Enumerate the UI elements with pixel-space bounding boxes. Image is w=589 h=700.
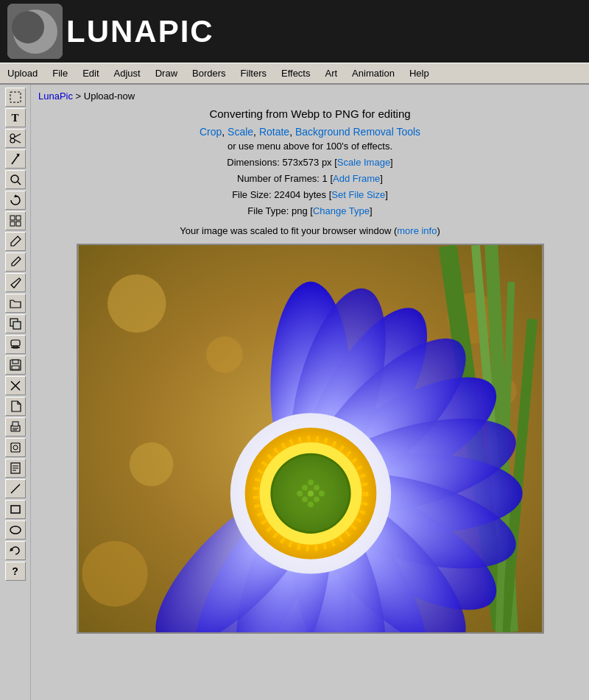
svg-rect-31 — [11, 443, 20, 452]
bg-removal-link[interactable]: Background Removal Tools — [295, 126, 420, 138]
flower-image — [77, 244, 544, 634]
scale-link[interactable]: Scale — [228, 126, 253, 138]
help-tool[interactable]: ? — [5, 562, 26, 581]
svg-point-32 — [13, 445, 18, 450]
rect-tool[interactable] — [5, 500, 26, 519]
menu-file[interactable]: File — [45, 66, 75, 81]
print-tool[interactable] — [5, 417, 26, 436]
logo-text: LUNAPIC — [66, 14, 214, 49]
toolbar: T — [0, 85, 31, 700]
menu-draw[interactable]: Draw — [148, 66, 185, 81]
more-info-link[interactable]: more info — [397, 225, 437, 236]
type-tool[interactable]: T — [5, 108, 26, 127]
set-filesize-link[interactable]: Set File Size — [331, 189, 385, 200]
menu-adjust[interactable]: Adjust — [107, 66, 148, 81]
svg-point-76 — [313, 485, 319, 491]
export-tool[interactable] — [5, 438, 26, 457]
scaled-text: Your image was scaled to fit your browse… — [38, 225, 582, 236]
paintbrush-tool[interactable] — [5, 232, 26, 251]
svg-point-5 — [10, 138, 15, 143]
save-tool[interactable] — [5, 356, 26, 375]
svg-point-78 — [302, 497, 308, 503]
svg-rect-38 — [11, 506, 20, 513]
svg-rect-23 — [13, 360, 18, 364]
menu-borders[interactable]: Borders — [185, 66, 233, 81]
filesize-line: File Size: 22404 bytes [Set File Size] — [38, 187, 582, 203]
scissors-tool[interactable] — [5, 129, 26, 148]
line-tool[interactable] — [5, 479, 26, 498]
menu-animation[interactable]: Animation — [345, 66, 402, 81]
eraser-tool[interactable] — [5, 273, 26, 292]
info-area: Converting from Webp to PNG for editing … — [38, 107, 582, 236]
breadcrumb-home[interactable]: LunaPic — [38, 91, 73, 102]
image-container — [38, 244, 582, 634]
svg-point-83 — [308, 491, 314, 497]
change-type-link[interactable]: Change Type — [313, 205, 370, 216]
svg-rect-3 — [10, 92, 21, 102]
svg-rect-24 — [12, 366, 19, 370]
open-tool[interactable] — [5, 294, 26, 313]
svg-point-43 — [206, 336, 243, 373]
svg-point-82 — [318, 491, 324, 497]
tools-links: Crop, Scale, Rotate, Background Removal … — [38, 126, 582, 138]
rotate-link[interactable]: Rotate — [259, 126, 289, 138]
svg-point-79 — [313, 497, 319, 503]
svg-rect-15 — [10, 222, 15, 226]
svg-rect-14 — [16, 216, 21, 220]
svg-rect-13 — [10, 216, 15, 220]
logo-icon — [7, 4, 63, 59]
svg-rect-28 — [13, 422, 18, 426]
document-tool[interactable] — [5, 459, 26, 478]
grid-tool[interactable] — [5, 211, 26, 230]
frames-line: Number of Frames: 1 [Add Frame] — [38, 171, 582, 187]
svg-rect-18 — [13, 322, 21, 329]
marquee-tool[interactable] — [5, 88, 26, 107]
svg-point-81 — [297, 491, 303, 497]
svg-line-7 — [14, 140, 21, 144]
menu-art[interactable]: Art — [317, 66, 345, 81]
main-layout: T — [0, 85, 589, 700]
logo-container: LUNAPIC — [7, 4, 214, 59]
svg-point-80 — [308, 502, 314, 508]
close-tool[interactable] — [5, 376, 26, 395]
menubar: Upload File Edit Adjust Draw Borders Fil… — [0, 63, 589, 85]
svg-point-77 — [308, 480, 314, 486]
svg-point-47 — [82, 541, 147, 607]
menu-upload[interactable]: Upload — [0, 66, 45, 81]
filetype-line: File Type: png [Change Type] — [38, 203, 582, 219]
svg-rect-16 — [16, 222, 21, 226]
svg-point-39 — [10, 526, 21, 534]
zoom-tool[interactable] — [5, 170, 26, 189]
pencil-tool[interactable] — [5, 149, 26, 169]
breadcrumb: LunaPic > Upload-now — [38, 91, 582, 102]
svg-point-4 — [10, 134, 15, 138]
header: LUNAPIC — [0, 0, 589, 63]
scale-image-link[interactable]: Scale Image — [337, 157, 390, 168]
svg-line-6 — [14, 134, 21, 138]
dimensions-line: Dimensions: 573x573 px [Scale Image] — [38, 155, 582, 171]
ellipse-tool[interactable] — [5, 520, 26, 540]
crop-link[interactable]: Crop — [200, 126, 222, 138]
breadcrumb-separator: > — [73, 91, 84, 102]
or-text: or use menu above for 100's of effects. — [38, 141, 582, 152]
svg-point-2 — [12, 11, 44, 43]
menu-help[interactable]: Help — [402, 66, 437, 81]
svg-rect-19 — [11, 340, 20, 346]
menu-edit[interactable]: Edit — [75, 66, 106, 81]
svg-point-42 — [107, 275, 166, 333]
menu-effects[interactable]: Effects — [274, 66, 318, 81]
page-tool[interactable] — [5, 397, 26, 416]
add-frame-link[interactable]: Add Frame — [333, 173, 380, 184]
rotate-tool[interactable] — [5, 191, 26, 210]
converting-text: Converting from Webp to PNG for editing — [38, 107, 582, 120]
breadcrumb-current: Upload-now — [84, 91, 135, 102]
svg-point-46 — [129, 442, 173, 487]
stamp-tool[interactable] — [5, 335, 26, 354]
svg-point-10 — [11, 175, 18, 183]
eyedropper-tool[interactable] — [5, 252, 26, 272]
clone-tool[interactable] — [5, 314, 26, 333]
menu-filters[interactable]: Filters — [233, 66, 274, 81]
undo-tool[interactable] — [5, 541, 26, 560]
svg-line-37 — [11, 484, 20, 493]
svg-line-11 — [18, 182, 21, 185]
